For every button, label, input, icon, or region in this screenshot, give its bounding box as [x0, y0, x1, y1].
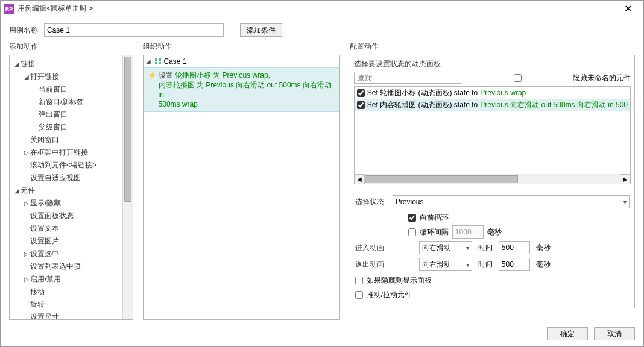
tree-show-hide[interactable]: ▷显示/隐藏	[10, 197, 133, 210]
close-button[interactable]: ✕	[616, 2, 640, 16]
add-actions-label: 添加动作	[9, 42, 133, 51]
tree-set-size[interactable]: 设置尺寸	[10, 311, 133, 320]
target-row[interactable]: Set 轮播图小标 (动态面板) state to Previous wrap	[355, 87, 630, 99]
tree-set-image[interactable]: 设置图片	[10, 235, 133, 248]
window-title: 用例编辑<鼠标单击时 >	[17, 4, 616, 14]
enter-time-input[interactable]	[499, 241, 530, 254]
case-header[interactable]: ◢ Case 1	[144, 55, 339, 67]
hide-unnamed-checkbox[interactable]	[466, 74, 569, 82]
hide-unnamed-label: 隐藏未命名的元件	[573, 73, 631, 83]
ms-label: 毫秒	[487, 227, 502, 237]
organize-actions-label: 组织动作	[143, 42, 340, 51]
dialog-footer: 确定 取消	[547, 327, 635, 340]
tree-panel-state[interactable]: 设置面板状态	[10, 210, 133, 222]
actions-scrollbar[interactable]	[122, 55, 133, 319]
case-actions-panel: ◢ Case 1 ⚡ 设置 轮播图小标 为 Previous wrap, 内容轮…	[143, 55, 340, 320]
case-name-input[interactable]	[44, 23, 224, 37]
ms-label: 毫秒	[536, 260, 551, 270]
chevron-down-icon: ▾	[466, 261, 469, 268]
config-panel-header: 选择要设置状态的动态面板	[354, 59, 631, 69]
tree-move[interactable]: 移动	[10, 286, 133, 298]
target-row[interactable]: Set 内容轮播图 (动态面板) state to Previous 向右滑动 …	[355, 99, 630, 111]
tree-set-list-selected[interactable]: 设置列表选中项	[10, 260, 133, 273]
time-label: 时间	[478, 260, 493, 270]
tree-link[interactable]: ◢链接	[10, 58, 133, 70]
loop-forward-checkbox[interactable]	[408, 214, 416, 222]
interval-input[interactable]	[452, 225, 484, 239]
svg-rect-3	[159, 62, 161, 64]
config-options-panel: 选择状态 Previous▾ 向前循环 循环间隔 毫秒 进入动画 向右滑动▾ 时…	[350, 187, 635, 308]
tree-close-window[interactable]: 关闭窗口	[10, 134, 133, 146]
case-name-label: 用例名称	[9, 25, 38, 36]
tree-current-window[interactable]: 当前窗口	[10, 83, 133, 96]
configure-actions-label: 配置动作	[350, 42, 635, 51]
tree-widgets[interactable]: ◢元件	[10, 184, 133, 197]
push-pull-checkbox[interactable]	[355, 291, 363, 299]
svg-rect-0	[155, 58, 157, 61]
app-icon: RP	[4, 4, 14, 14]
push-pull-label: 推动/拉动元件	[367, 290, 412, 300]
show-if-hidden-checkbox[interactable]	[355, 277, 363, 284]
svg-rect-2	[155, 62, 157, 64]
tree-popup[interactable]: 弹出窗口	[10, 108, 133, 121]
tree-set-adaptive[interactable]: 设置自适应视图	[10, 172, 133, 184]
target-checkbox[interactable]	[357, 101, 365, 109]
actions-tree: ◢链接 ◢打开链接 当前窗口 新窗口/新标签 弹出窗口 父级窗口 关闭窗口 ▷在…	[10, 55, 133, 320]
select-state-label: 选择状态	[355, 197, 387, 207]
interval-checkbox[interactable]	[408, 228, 416, 236]
chevron-down-icon: ▾	[623, 199, 627, 205]
action-item[interactable]: ⚡ 设置 轮播图小标 为 Previous wrap, 内容轮播图 为 Prev…	[144, 67, 339, 112]
scroll-right-icon[interactable]: ▶	[620, 174, 630, 184]
scroll-left-icon[interactable]: ◀	[355, 174, 365, 184]
exit-anim-label: 退出动画	[355, 260, 387, 270]
case-name-row: 用例名称 添加条件	[1, 17, 643, 42]
tree-set-selected[interactable]: ▷设置选中	[10, 248, 133, 260]
time-label: 时间	[478, 243, 493, 253]
tree-set-text[interactable]: 设置文本	[10, 222, 133, 235]
ms-label: 毫秒	[536, 243, 551, 253]
tree-rotate[interactable]: 旋转	[10, 298, 133, 311]
ok-button[interactable]: 确定	[547, 327, 588, 340]
loop-forward-label: 向前循环	[420, 213, 449, 223]
exit-time-input[interactable]	[499, 258, 530, 271]
cancel-button[interactable]: 取消	[594, 327, 635, 340]
target-list: Set 轮播图小标 (动态面板) state to Previous wrap …	[354, 86, 631, 184]
case-name: Case 1	[164, 57, 187, 66]
add-condition-button[interactable]: 添加条件	[240, 23, 282, 37]
tree-enable-disable[interactable]: ▷启用/禁用	[10, 273, 133, 286]
target-checkbox[interactable]	[357, 89, 365, 97]
svg-rect-1	[159, 58, 161, 61]
enter-anim-select[interactable]: 向右滑动▾	[419, 241, 472, 254]
config-target-panel: 选择要设置状态的动态面板 隐藏未命名的元件 Set 轮播图小标 (动态面板) s…	[350, 55, 635, 187]
enter-anim-label: 进入动画	[355, 243, 387, 253]
interval-label: 循环间隔	[420, 227, 449, 237]
tree-parent-window[interactable]: 父级窗口	[10, 121, 133, 134]
tree-open-link[interactable]: ◢打开链接	[10, 70, 133, 83]
case-icon	[154, 57, 162, 66]
actions-library-panel: ◢链接 ◢打开链接 当前窗口 新窗口/新标签 弹出窗口 父级窗口 关闭窗口 ▷在…	[9, 55, 133, 320]
tree-open-in-frame[interactable]: ▷在框架中打开链接	[10, 146, 133, 159]
action-bolt-icon: ⚡	[148, 70, 157, 80]
titlebar: RP 用例编辑<鼠标单击时 > ✕	[1, 1, 643, 17]
tree-scroll-to[interactable]: 滚动到元件<错链接>	[10, 159, 133, 172]
exit-anim-select[interactable]: 向右滑动▾	[419, 258, 472, 271]
tree-new-tab[interactable]: 新窗口/新标签	[10, 96, 133, 108]
state-select[interactable]: Previous▾	[393, 195, 630, 208]
search-input[interactable]	[354, 72, 463, 84]
show-if-hidden-label: 如果隐藏则显示面板	[367, 275, 432, 286]
chevron-down-icon: ▾	[466, 245, 469, 251]
target-h-scrollbar[interactable]: ◀ ▶	[355, 174, 630, 184]
